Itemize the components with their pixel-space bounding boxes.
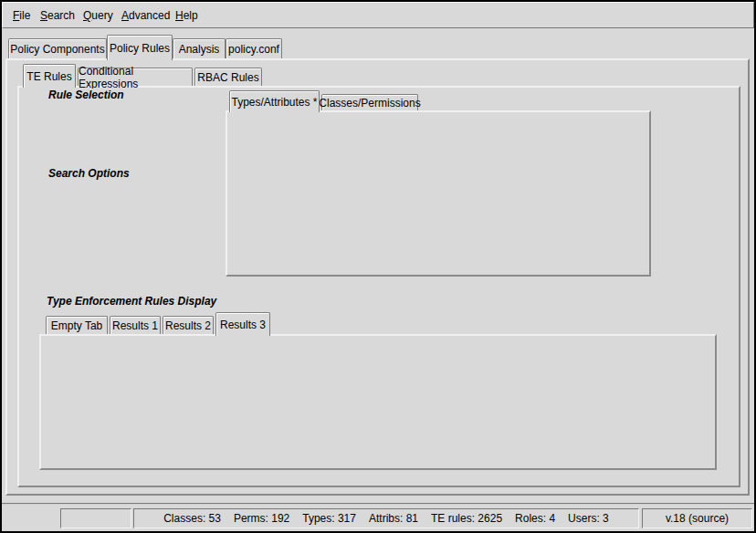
- menu-help-label: elp: [184, 9, 198, 22]
- menu-file[interactable]: File: [13, 9, 30, 22]
- menu-help[interactable]: Help: [175, 9, 198, 22]
- tab-types-attributes[interactable]: Types/Attributes *: [229, 90, 320, 112]
- search-options-title: Search Options: [46, 167, 132, 180]
- tab-conditional-expressions-label: Conditional Expressions: [79, 65, 192, 90]
- status-empty-panel: [60, 508, 131, 528]
- te-rules-display-title: Type Enforcement Rules Display: [44, 295, 219, 308]
- tab-policy-rules-label: Policy Rules: [110, 42, 170, 55]
- tab-rbac-rules[interactable]: RBAC Rules: [194, 68, 262, 86]
- tab-rbac-rules-label: RBAC Rules: [197, 71, 258, 84]
- menubar: File Search Query Advanced Help: [2, 2, 754, 28]
- results-panel: [39, 334, 717, 470]
- tab-empty-tab-label: Empty Tab: [51, 319, 102, 332]
- menu-advanced[interactable]: Advanced: [121, 9, 170, 22]
- status-attribs: Attribs: 81: [369, 512, 418, 525]
- tab-results-1[interactable]: Results 1: [110, 316, 161, 334]
- menu-search-label: earch: [47, 9, 75, 22]
- menu-file-label: ile: [19, 9, 30, 22]
- status-classes: Classes: 53: [163, 512, 221, 525]
- menu-query[interactable]: Query: [83, 9, 113, 22]
- status-bar: Classes: 53 Perms: 192 Types: 317 Attrib…: [2, 503, 754, 531]
- tab-policy-rules[interactable]: Policy Rules: [107, 35, 173, 60]
- menu-query-mnemonic: Q: [83, 9, 91, 22]
- tab-results-1-label: Results 1: [112, 319, 158, 332]
- menu-advanced-mnemonic: A: [121, 9, 129, 22]
- status-roles: Roles: 4: [515, 512, 555, 525]
- tab-empty-tab[interactable]: Empty Tab: [46, 316, 108, 334]
- rule-selection-title: Rule Selection: [46, 89, 127, 101]
- tab-classes-permissions-label: Classes/Permissions: [319, 97, 420, 110]
- tab-results-3[interactable]: Results 3: [215, 312, 270, 336]
- tab-conditional-expressions[interactable]: Conditional Expressions: [78, 68, 193, 86]
- tab-analysis-label: Analysis: [179, 43, 220, 56]
- menu-advanced-label: dvanced: [129, 9, 170, 22]
- status-users: Users: 3: [568, 512, 609, 525]
- status-types: Types: 317: [302, 512, 356, 525]
- menu-query-label: uery: [91, 9, 112, 22]
- tab-policy-conf[interactable]: policy.conf: [226, 38, 282, 58]
- types-attributes-panel: [226, 110, 651, 277]
- tab-classes-permissions[interactable]: Classes/Permissions: [321, 94, 418, 110]
- status-version-panel: v.18 (source): [642, 508, 752, 528]
- tab-results-2[interactable]: Results 2: [163, 316, 214, 334]
- tab-te-rules[interactable]: TE Rules: [23, 64, 76, 88]
- status-perms: Perms: 192: [234, 512, 289, 525]
- menu-search-mnemonic: S: [40, 9, 47, 22]
- status-stats-panel: Classes: 53 Perms: 192 Types: 317 Attrib…: [133, 508, 639, 528]
- tab-policy-components-label: Policy Components: [10, 43, 104, 56]
- tab-policy-components[interactable]: Policy Components: [8, 38, 107, 58]
- tab-policy-conf-label: policy.conf: [228, 43, 279, 56]
- tab-results-3-label: Results 3: [220, 319, 266, 331]
- tab-te-rules-label: TE Rules: [26, 70, 71, 83]
- tab-types-attributes-label: Types/Attributes *: [231, 96, 317, 109]
- tab-analysis[interactable]: Analysis: [173, 38, 226, 58]
- menu-search[interactable]: Search: [40, 9, 75, 22]
- tab-results-2-label: Results 2: [165, 319, 211, 332]
- status-te-rules: TE rules: 2625: [431, 512, 502, 525]
- status-version: v.18 (source): [666, 512, 729, 525]
- menu-help-mnemonic: H: [175, 9, 184, 22]
- apol-window: File Search Query Advanced Help Policy C…: [0, 0, 756, 533]
